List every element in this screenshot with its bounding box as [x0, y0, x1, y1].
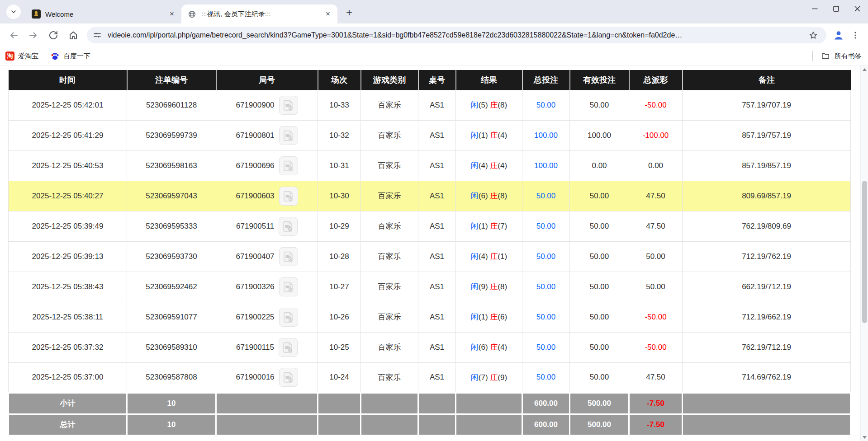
- cell-game-type: 百家乐: [361, 120, 418, 150]
- site-settings-icon[interactable]: [92, 30, 105, 40]
- tab-close-icon[interactable]: ×: [167, 9, 177, 19]
- footer-cell: 10: [127, 393, 216, 414]
- cell-table-no: AS1: [418, 362, 456, 393]
- result-banker-label: 庄: [490, 373, 498, 382]
- profile-avatar[interactable]: [830, 27, 847, 44]
- url-text[interactable]: videoie.com/ipl/portal.php/game/betrecor…: [108, 31, 806, 39]
- cell-round-id: 671900407: [216, 241, 318, 272]
- scroll-down-icon[interactable]: [861, 433, 868, 441]
- cell-session: 10-32: [318, 120, 361, 150]
- cell-result: 闲(5) 庄(8): [456, 90, 522, 120]
- reload-button[interactable]: [43, 25, 63, 45]
- bookmark-baidu[interactable]: 百度一下: [50, 52, 90, 61]
- bet-record-row[interactable]: 2025-12-25 05:37:32523069589310671900115…: [9, 332, 851, 362]
- tab-bet-record[interactable]: :::视讯, 会员下注纪录::: ×: [181, 5, 337, 23]
- video-replay-button[interactable]: [279, 338, 298, 357]
- tab-close-icon[interactable]: ×: [323, 9, 333, 19]
- bet-record-row[interactable]: 2025-12-25 05:40:27523069597043671900603…: [9, 181, 851, 211]
- cell-game-type: 百家乐: [361, 211, 418, 241]
- cell-bet-id: 523069601128: [127, 90, 216, 120]
- video-replay-button[interactable]: [279, 217, 298, 236]
- video-replay-button[interactable]: [279, 126, 298, 145]
- cell-time: 2025-12-25 05:42:01: [9, 90, 127, 120]
- cell-result: 闲(9) 庄(8): [456, 272, 522, 302]
- result-player-label: 闲: [471, 282, 479, 291]
- result-banker-label: 庄: [490, 192, 498, 200]
- bet-record-row[interactable]: 2025-12-25 05:37:00523069587808671900016…: [9, 362, 851, 393]
- footer-cell: [418, 414, 456, 435]
- cell-bet-id: 523069595333: [127, 211, 216, 241]
- minimize-button[interactable]: [804, 0, 825, 17]
- cell-bet-id: 523069591077: [127, 302, 216, 332]
- footer-cell: [318, 414, 361, 435]
- scrollbar[interactable]: [860, 66, 868, 441]
- cell-game-type: 百家乐: [361, 302, 418, 332]
- cell-valid-bet: 50.00: [570, 362, 629, 393]
- bet-record-row[interactable]: 2025-12-25 05:40:53523069598163671900696…: [9, 150, 851, 181]
- result-player-label: 闲: [471, 373, 479, 382]
- video-replay-button[interactable]: [279, 247, 298, 266]
- bet-record-row[interactable]: 2025-12-25 05:38:11523069591077671900225…: [9, 302, 851, 332]
- cell-remark: 712.19/762.19: [683, 241, 851, 272]
- page-content: 时间注单编号局号场次游戏类别桌号结果总投注有效投注总派彩备注 2025-12-2…: [0, 66, 868, 436]
- result-player-label: 闲: [471, 313, 479, 321]
- bet-record-row[interactable]: 2025-12-25 05:39:13523069593730671900407…: [9, 241, 851, 272]
- new-tab-button[interactable]: +: [341, 5, 357, 21]
- column-header: 总派彩: [629, 70, 683, 90]
- cell-table-no: AS1: [418, 120, 456, 150]
- cell-time: 2025-12-25 05:37:00: [9, 362, 127, 393]
- tab-welcome[interactable]: Welcome ×: [25, 5, 181, 23]
- bookmark-star-icon[interactable]: [806, 28, 821, 43]
- home-button[interactable]: [63, 25, 83, 45]
- cell-round-id: 671900696: [216, 150, 318, 181]
- result-banker-label: 庄: [490, 222, 498, 230]
- tab-search-button[interactable]: [6, 5, 21, 19]
- cell-result: 闲(4) 庄(4): [456, 150, 522, 181]
- all-bookmarks-button[interactable]: 所有书签: [812, 51, 862, 61]
- maximize-button[interactable]: [825, 0, 847, 17]
- video-replay-button[interactable]: [279, 308, 298, 327]
- cell-game-type: 百家乐: [361, 332, 418, 362]
- cell-round-id: 671900801: [216, 120, 318, 150]
- browser-menu-icon[interactable]: [847, 27, 863, 43]
- result-player-label: 闲: [471, 131, 479, 140]
- scroll-up-icon[interactable]: [861, 66, 868, 73]
- footer-cell: [361, 414, 418, 435]
- bet-record-row[interactable]: 2025-12-25 05:38:43523069592462671900326…: [9, 272, 851, 302]
- video-replay-button[interactable]: [279, 187, 298, 206]
- video-replay-button[interactable]: [279, 96, 298, 115]
- footer-cell: [318, 393, 361, 414]
- forward-button[interactable]: [24, 25, 43, 45]
- close-button[interactable]: [847, 0, 868, 17]
- video-replay-button[interactable]: [279, 277, 298, 296]
- bookmark-aitaobao[interactable]: 淘 爱淘宝: [5, 52, 38, 61]
- cell-result: 闲(7) 庄(9): [456, 362, 522, 393]
- cell-time: 2025-12-25 05:37:32: [9, 332, 127, 362]
- window-controls: [804, 0, 868, 17]
- cell-round-id: 671900326: [216, 272, 318, 302]
- result-banker-label: 庄: [490, 343, 498, 352]
- cell-valid-bet: 50.00: [570, 181, 629, 211]
- cell-result: 闲(1) 庄(6): [456, 302, 522, 332]
- footer-cell: [216, 414, 318, 435]
- scrollbar-thumb[interactable]: [862, 181, 867, 323]
- cell-result: 闲(1) 庄(7): [456, 211, 522, 241]
- result-banker-label: 庄: [490, 313, 498, 321]
- cell-bet-id: 523069587808: [127, 362, 216, 393]
- baidu-paw-icon: [50, 52, 60, 61]
- footer-cell: 500.00: [570, 414, 629, 435]
- bet-record-row[interactable]: 2025-12-25 05:42:01523069601128671900900…: [9, 90, 851, 120]
- cell-time: 2025-12-25 05:39:49: [9, 211, 127, 241]
- bet-record-row[interactable]: 2025-12-25 05:39:49523069595333671900511…: [9, 211, 851, 241]
- cell-remark: 762.19/809.69: [683, 211, 851, 241]
- result-player-label: 闲: [471, 161, 479, 170]
- video-replay-button[interactable]: [279, 156, 298, 175]
- column-header: 结果: [456, 70, 522, 90]
- video-replay-button[interactable]: [279, 368, 298, 387]
- cell-table-no: AS1: [418, 302, 456, 332]
- back-button[interactable]: [4, 25, 24, 45]
- address-bar[interactable]: videoie.com/ipl/portal.php/game/betrecor…: [87, 27, 826, 43]
- cell-valid-bet: 50.00: [570, 90, 629, 120]
- cell-bet-id: 523069592462: [127, 272, 216, 302]
- bet-record-row[interactable]: 2025-12-25 05:41:29523069599739671900801…: [9, 120, 851, 150]
